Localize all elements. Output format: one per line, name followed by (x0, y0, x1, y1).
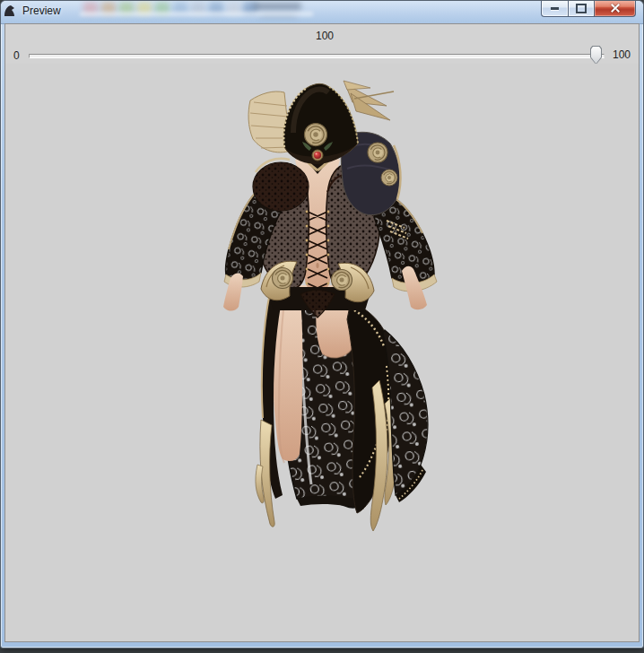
model-preview (211, 79, 458, 542)
slider-max-label: 100 (613, 48, 631, 61)
maximize-icon (576, 4, 587, 13)
preview-window: Preview 100 0 100 (0, 0, 644, 649)
close-button[interactable] (595, 1, 636, 17)
client-area: 100 0 100 (4, 23, 640, 642)
maximize-button[interactable] (568, 1, 595, 17)
titlebar[interactable]: Preview (1, 1, 643, 24)
minimize-button[interactable] (541, 1, 568, 17)
slider-value-label: 100 (280, 30, 370, 42)
slider-thumb[interactable] (590, 46, 602, 65)
minimize-icon (551, 7, 559, 10)
slider-min-label: 0 (13, 49, 20, 62)
app-icon (4, 4, 17, 18)
close-icon (610, 4, 621, 13)
window-title: Preview (22, 4, 61, 17)
slider-track[interactable] (29, 54, 605, 58)
model-viewport[interactable] (5, 64, 639, 641)
window-controls (541, 1, 636, 17)
